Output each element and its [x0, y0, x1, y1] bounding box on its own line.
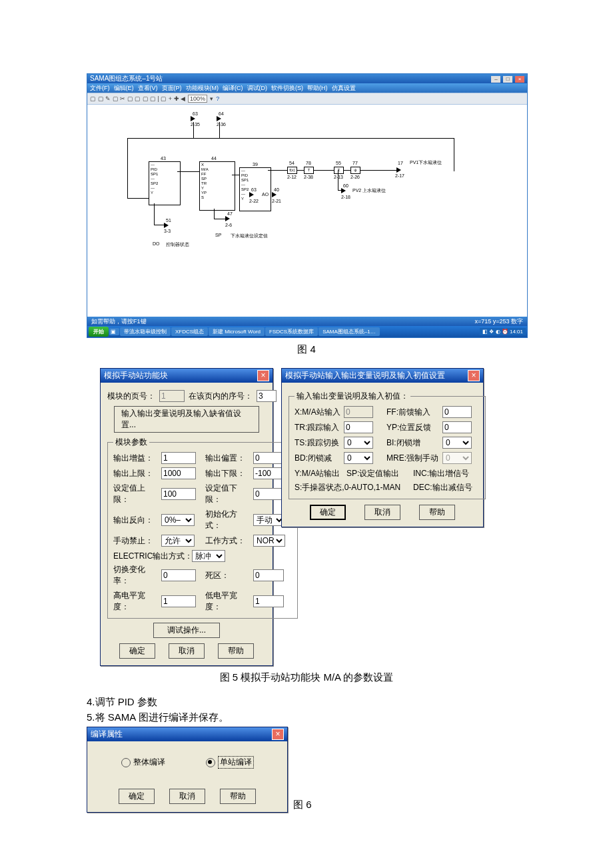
node-64-sub: 2-36 — [217, 122, 226, 127]
cancel-button[interactable]: 取消 — [169, 789, 205, 804]
ff-input[interactable] — [442, 406, 472, 418]
zoom-down-icon[interactable]: ▾ — [210, 95, 213, 102]
close-icon[interactable]: × — [468, 370, 480, 381]
ok-button[interactable]: 确定 — [119, 643, 155, 659]
node-64: 64 — [219, 111, 224, 116]
node-40-sub: 2-21 — [272, 199, 281, 203]
close-icon[interactable]: × — [257, 370, 269, 381]
diagram-canvas[interactable]: 63 2-35 64 2-36 43 —PID SP1—SP2—Y 44 XM/… — [87, 105, 527, 317]
tool-help-icon[interactable]: ? — [216, 95, 219, 102]
task-1[interactable]: 带流水箱串级控制 — [120, 327, 171, 336]
x-label: X:M/A站输入 — [295, 407, 341, 418]
menu-view[interactable]: 查看(V) — [138, 84, 158, 93]
caption-fig6: 图 6 — [288, 799, 312, 813]
idx-input[interactable] — [257, 390, 277, 402]
menu-module[interactable]: 功能模块(M) — [186, 84, 219, 93]
init-select[interactable]: 手动 — [253, 514, 285, 526]
menu-help[interactable]: 帮助(H) — [307, 84, 328, 93]
task-2[interactable]: XFDCS组态 — [171, 327, 208, 336]
tr-label: TR:跟踪输入 — [295, 422, 341, 433]
block-t-78[interactable]: T — [304, 167, 314, 174]
bd-select[interactable]: 0 — [344, 452, 373, 464]
debug-button[interactable]: 调试操作... — [153, 623, 220, 638]
start-button[interactable]: 开始 — [89, 327, 109, 337]
maximize-button[interactable]: □ — [503, 76, 512, 83]
menu-sim[interactable]: 仿真设置 — [332, 84, 356, 93]
status-left: 如需帮助，请按F1键 — [91, 317, 147, 325]
ao-label: AO — [262, 192, 269, 197]
close-icon[interactable]: × — [272, 729, 284, 740]
yp-input[interactable] — [442, 421, 472, 433]
body-step-5: 5.将 SAMA 图进行编译并保存。 — [87, 711, 526, 724]
gain-input[interactable] — [161, 452, 196, 464]
sphi-input[interactable] — [161, 488, 196, 500]
dead-input[interactable] — [253, 569, 284, 581]
task-5[interactable]: SAMA图组态系统–1… — [318, 327, 380, 336]
gain-label: 输出增益： — [113, 453, 159, 464]
menu-page[interactable]: 页面(P) — [162, 84, 182, 93]
task-icon[interactable]: ▣ — [109, 328, 119, 335]
outhi-input[interactable] — [161, 467, 196, 479]
hi-input[interactable] — [161, 595, 196, 607]
block-ma-44[interactable]: XM/A FFSPTRYYPS — [199, 161, 235, 211]
outlo-input[interactable] — [253, 467, 284, 479]
zoom-field[interactable]: 100% — [188, 95, 207, 103]
help-button[interactable]: 帮助 — [218, 643, 254, 659]
help-button[interactable]: 帮助 — [220, 789, 256, 804]
bias-input[interactable] — [253, 452, 284, 464]
node-78: 78 — [306, 161, 311, 165]
menu-debug[interactable]: 调试(D) — [247, 84, 268, 93]
wire — [232, 175, 239, 175]
ts-select[interactable]: 0 — [344, 437, 373, 449]
close-button[interactable]: × — [515, 76, 524, 83]
dec-label: DEC:输出减信号 — [413, 482, 480, 493]
block-sigma-55[interactable]: Σ — [334, 167, 344, 174]
menu-file[interactable]: 文件(F) — [90, 84, 110, 93]
dlg-io-title: 模拟手动站输入输出变量说明及输入初值设置 × — [282, 369, 483, 383]
manforbid-select[interactable]: 允许 — [161, 535, 195, 547]
wire — [454, 138, 454, 171]
menu-edit[interactable]: 编辑(E) — [114, 84, 134, 93]
block-pid-43[interactable]: —PID SP1—SP2—Y — [149, 161, 181, 205]
outrev-select[interactable]: 0%– — [161, 514, 195, 526]
sp-text: 下水箱液位设定值 — [231, 233, 268, 239]
work-select[interactable]: NOR — [253, 535, 285, 547]
sp-label: SP — [215, 233, 221, 237]
lo-input[interactable] — [253, 595, 284, 607]
do-label: DO — [153, 241, 160, 246]
wire — [154, 225, 164, 225]
splo-label: 设定值下限： — [205, 483, 251, 505]
ok-button[interactable]: 确定 — [310, 505, 346, 520]
task-3[interactable]: 新建 Microsoft Word — [209, 327, 265, 336]
help-button[interactable]: 帮助 — [419, 505, 455, 520]
io-settings-button[interactable]: 输入输出变量说明及输入缺省值设置... — [114, 406, 259, 433]
tool-icons[interactable]: ▢ ▢ ✎ ▢ ✂ ▢ ▢ ▢ ▢ | ▢ + ✚ ◀ — [90, 95, 185, 102]
tray[interactable]: ◧ ❖ ◐ ⏰ 14:01 — [480, 328, 526, 335]
ok-button[interactable]: 确定 — [119, 789, 155, 804]
chg-input[interactable] — [161, 569, 196, 581]
block-fx-54[interactable]: f(x) — [287, 167, 297, 174]
cancel-button[interactable]: 取消 — [169, 643, 205, 659]
bi-select[interactable]: 0 — [442, 437, 472, 449]
splo-input[interactable] — [253, 488, 284, 500]
dead-label: 死区： — [205, 570, 251, 581]
radio-whole[interactable]: 整体编译 — [121, 756, 165, 769]
menu-switch[interactable]: 软件切换(S) — [271, 84, 303, 93]
task-4[interactable]: FSDCS系统数据库 — [265, 327, 318, 336]
node-63b: 63 — [251, 187, 257, 192]
node-47: 47 — [227, 211, 233, 216]
radio-single[interactable]: 单站编译 — [206, 756, 254, 769]
node-78-sub: 2-38 — [304, 175, 313, 179]
menu-compile[interactable]: 编译(C) — [223, 84, 243, 93]
block-fx-77[interactable]: ψ — [350, 167, 360, 174]
elec-select[interactable]: 脉冲 — [192, 550, 225, 562]
cancel-button[interactable]: 取消 — [364, 505, 400, 520]
node-54: 54 — [289, 161, 295, 165]
node-55-sub: 2-13 — [334, 175, 343, 179]
caption-fig4: 图 4 — [87, 343, 526, 356]
ctrl-state-label: 控制器状态 — [166, 241, 189, 248]
tr-input[interactable] — [344, 421, 373, 433]
wire — [360, 170, 396, 171]
outhi-label: 输出上限： — [113, 468, 159, 479]
minimize-button[interactable]: – — [491, 76, 500, 83]
